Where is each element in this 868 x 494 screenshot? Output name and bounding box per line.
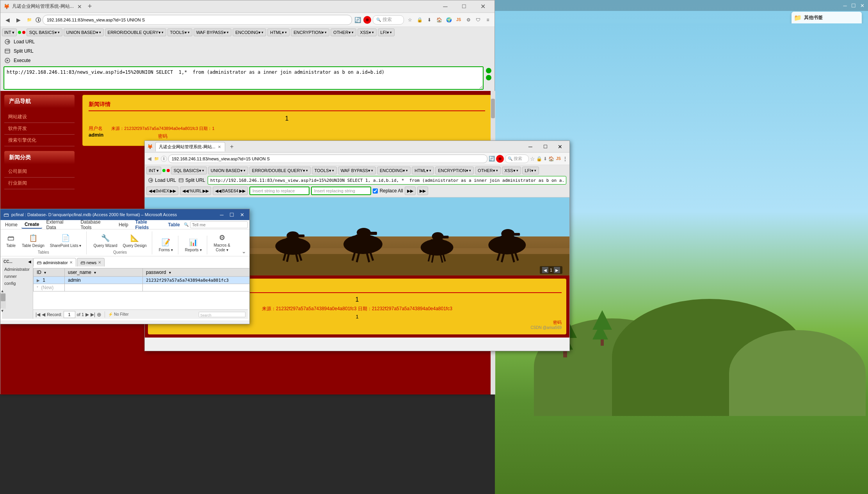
split-url-2[interactable]: Split URL — [178, 178, 205, 183]
union-based-menu[interactable]: UNION BASED▾ — [64, 28, 104, 36]
nav-search[interactable]: Search — [199, 312, 245, 317]
scrollbar-thumb-1[interactable] — [491, 99, 495, 118]
menu-home[interactable]: Home — [2, 221, 21, 229]
menu-table-fields[interactable]: Table Fields — [132, 221, 164, 229]
access-max[interactable]: ☐ — [228, 210, 236, 219]
address-input-1[interactable] — [43, 15, 352, 25]
xss-menu[interactable]: XSS▾ — [358, 28, 377, 36]
stop-btn[interactable]: ⊗ — [363, 16, 371, 24]
settings-icon[interactable]: ⚙ — [464, 16, 473, 24]
replace-arrow-2b[interactable]: ▶▶ — [417, 187, 428, 195]
reload-btn[interactable]: 🔄 — [354, 16, 362, 24]
sharepoint-btn[interactable]: 📄 SharePoint Lists ▾ — [48, 231, 84, 249]
rp-maximize[interactable]: ☐ — [849, 1, 858, 10]
int-dropdown[interactable]: INT ▾ — [2, 28, 17, 36]
tab2-close[interactable]: ✕ — [217, 145, 222, 149]
win2-close[interactable]: ✕ — [553, 142, 567, 151]
html-menu[interactable]: HTML▾ — [267, 28, 290, 36]
download-btn-2[interactable]: ⬇ — [543, 156, 547, 162]
home-btn-2[interactable]: 🏠 — [548, 156, 554, 162]
forms-btn[interactable]: 📝 Forms ▾ — [157, 236, 175, 254]
split-url-label[interactable]: Split URL — [14, 48, 34, 54]
lock-icon[interactable]: 🔒 — [415, 16, 424, 24]
int-dropdown-2[interactable]: INT ▾ — [146, 167, 161, 174]
lfi-menu[interactable]: LFI▾ — [378, 28, 395, 36]
nav-first[interactable]: |◀ — [36, 312, 40, 317]
more-btn-2[interactable]: ⋮ — [563, 156, 567, 162]
pg-next[interactable]: ▶ — [554, 267, 560, 273]
tell-me-input[interactable] — [190, 221, 248, 228]
search-box-1[interactable]: 🔍 搜索 — [373, 15, 404, 25]
menu-create[interactable]: Create — [21, 221, 42, 229]
nav-item-runner[interactable]: runner — [4, 273, 31, 279]
pg-prev[interactable]: ◀ — [542, 267, 548, 273]
forward-btn[interactable]: ▶ — [14, 15, 23, 25]
stop-btn-2[interactable]: ⊗ — [496, 155, 504, 163]
reports-btn[interactable]: 📊 Reports ▾ — [183, 236, 204, 254]
execute-label[interactable]: Execute — [14, 58, 30, 63]
split-url-icon[interactable] — [4, 47, 11, 55]
history-btn-2[interactable]: 📁 — [153, 156, 160, 162]
nav-item-seo[interactable]: 搜索引擎优化 — [4, 135, 75, 146]
xss-menu-2[interactable]: XSS▾ — [502, 167, 521, 174]
other-menu-2[interactable]: OTHER▾ — [475, 167, 501, 174]
nav-prev[interactable]: ◀ — [42, 312, 45, 317]
info-btn-2[interactable]: ℹ — [161, 156, 167, 162]
close-btn-1[interactable]: ✕ — [474, 1, 491, 12]
tab2-new[interactable]: + — [228, 142, 236, 151]
star-btn-2[interactable]: ☆ — [530, 156, 535, 162]
error-double-menu[interactable]: ERROR/DOUBLE QUERY▾ — [105, 28, 166, 36]
sort-id[interactable]: ▾ — [44, 270, 46, 275]
nav-scroll-up[interactable]: ▲ — [0, 289, 6, 293]
encryption-menu[interactable]: ENCRYPTION▾ — [291, 28, 329, 36]
menu-help[interactable]: Help — [116, 221, 132, 229]
html-menu-2[interactable]: HTML▾ — [412, 167, 434, 174]
table-tab-close-1[interactable]: ✕ — [69, 260, 73, 265]
win2-min[interactable]: ─ — [523, 142, 537, 151]
menu-table[interactable]: Table — [165, 221, 183, 229]
execute-icon[interactable] — [4, 57, 11, 64]
ribbon-collapse-btn[interactable]: ⌄ — [242, 248, 246, 254]
nav-item-soft[interactable]: 软件开发 — [4, 123, 75, 135]
access-min[interactable]: ─ — [217, 210, 226, 219]
menu-external[interactable]: External Data — [43, 221, 76, 229]
address-input-2[interactable] — [168, 155, 487, 163]
rp-close[interactable]: ✕ — [858, 1, 866, 10]
load-url-2[interactable]: Load URL — [148, 178, 176, 183]
nav-last[interactable]: ▶| — [91, 312, 95, 317]
nav-next[interactable]: ▶ — [85, 312, 89, 317]
nav-new[interactable]: ⊕ — [97, 311, 101, 318]
other-menu[interactable]: OTHER▾ — [331, 28, 356, 36]
base64-btn-2[interactable]: ◀◀ BASE64 ▶▶ — [213, 187, 248, 195]
star-icon[interactable]: ☆ — [406, 16, 414, 24]
sql-basics-menu-2[interactable]: SQL BASICS▾ — [171, 167, 207, 174]
table-row-1[interactable]: ▶ 1 admin 21232f297a57a5a743894a0e4a801f… — [34, 277, 250, 284]
query-design-btn[interactable]: 📐 Query Design — [121, 231, 149, 249]
maximize-btn[interactable]: ☐ — [455, 1, 473, 12]
home-btn[interactable]: 📁 — [25, 15, 34, 25]
waf-bypass-menu[interactable]: WAF BYPASS▾ — [194, 28, 231, 36]
close-tab-btn[interactable]: ✕ — [75, 2, 84, 11]
menu-icon[interactable]: ≡ — [484, 16, 492, 24]
replace-all-label-2[interactable]: Replace All — [373, 188, 403, 194]
hackbar-green-dot-2[interactable] — [486, 75, 491, 80]
url-enc-btn-2[interactable]: ◀◀ %URL ▶▶ — [180, 187, 211, 195]
back-btn-2[interactable]: ◀ — [147, 155, 152, 162]
nav-item-config[interactable]: config — [4, 280, 31, 286]
menu-database-tools[interactable]: Database Tools — [77, 221, 114, 229]
shield-icon[interactable]: 🛡 — [474, 16, 482, 24]
download-icon[interactable]: ⬇ — [425, 16, 434, 24]
table-row-new[interactable]: * (New) — [34, 284, 250, 291]
rp-minimize[interactable]: ─ — [841, 1, 849, 10]
tools-menu-2[interactable]: TOOLS▾ — [312, 167, 337, 174]
encoding-menu[interactable]: ENCODING▾ — [233, 28, 266, 36]
load-url-label[interactable]: Load URL — [14, 39, 35, 44]
sort-username[interactable]: ▾ — [94, 270, 96, 275]
nav-item-admin[interactable]: Administrator — [4, 266, 31, 272]
table-tab-news[interactable]: 🗃 news ✕ — [77, 258, 105, 267]
nav-item-web[interactable]: 网站建设 — [4, 111, 75, 123]
union-based-menu-2[interactable]: UNION BASED▾ — [208, 167, 248, 174]
minimize-btn[interactable]: ─ — [437, 1, 454, 12]
home-icon[interactable]: 🏠 — [435, 16, 443, 24]
access-close[interactable]: ✕ — [238, 210, 246, 219]
